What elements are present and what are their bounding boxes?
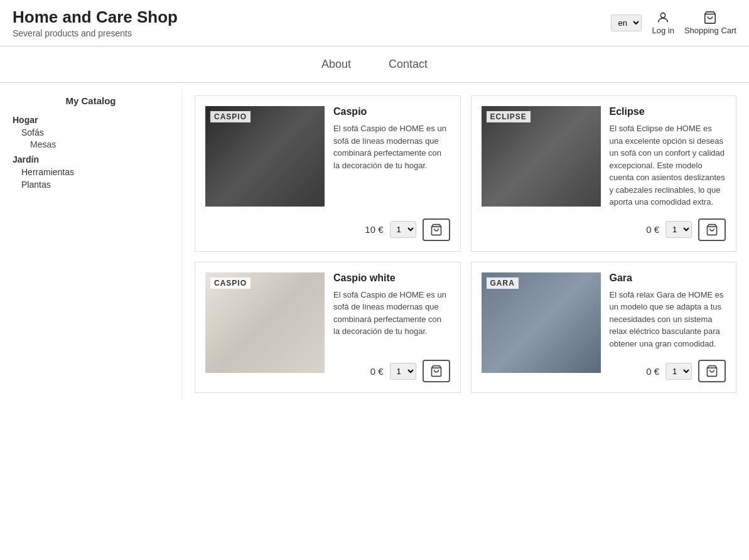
site-subtitle: Several products and presents	[13, 28, 178, 38]
product-img-label-caspio-white: CASPIO	[210, 277, 251, 289]
sidebar-item-herramientas[interactable]: Herramientas	[21, 167, 169, 177]
product-desc-caspio-white: El sofá Caspio de HOME es un sofá de lín…	[333, 289, 450, 350]
product-card-gara: GARA Gara El sofá relax Gara de HOME es …	[471, 262, 737, 394]
cart-add-icon	[706, 223, 718, 236]
product-footer-eclipse: 0 € 12345	[610, 218, 726, 241]
product-card-caspio-white: CASPIO Caspio white El sofá Caspio de HO…	[195, 262, 461, 394]
product-footer-gara: 0 € 12345	[610, 360, 726, 382]
product-price-caspio: 10 €	[365, 224, 383, 235]
header-left: Home and Care Shop Several products and …	[13, 8, 178, 38]
product-price-eclipse: 0 €	[646, 224, 659, 235]
products-area: CASPIO Caspio El sofá Caspio de HOME es …	[182, 89, 749, 399]
product-price-caspio-white: 0 €	[370, 366, 384, 377]
qty-select-caspio-white[interactable]: 12345	[390, 363, 416, 380]
site-title: Home and Care Shop	[13, 8, 178, 27]
sidebar: My Catalog Hogar Sofás Mesas Jardín Herr…	[0, 89, 182, 399]
cart-add-icon	[706, 365, 718, 377]
add-to-cart-caspio[interactable]	[423, 218, 450, 241]
sidebar-title: My Catalog	[13, 95, 169, 106]
products-row-2: CASPIO Caspio white El sofá Caspio de HO…	[195, 262, 736, 394]
sidebar-item-jardin[interactable]: Jardín	[13, 154, 169, 164]
product-card-eclipse: ECLIPSE Eclipse El sofá Eclipse de HOME …	[471, 95, 737, 252]
add-to-cart-caspio-white[interactable]	[423, 360, 450, 382]
shopping-cart-button[interactable]: Shopping Cart	[684, 11, 736, 35]
cart-label: Shopping Cart	[684, 26, 736, 35]
header-right: en es fr de Log in Shopping Cart	[611, 11, 736, 35]
product-footer-caspio-white: 0 € 12345	[333, 360, 450, 382]
login-button[interactable]: Log in	[652, 11, 674, 35]
product-info-gara: Gara El sofá relax Gara de HOME es un mo…	[610, 272, 726, 383]
product-desc-eclipse: El sofá Eclipse de HOME es una excelente…	[610, 122, 726, 208]
products-row-1: CASPIO Caspio El sofá Caspio de HOME es …	[195, 95, 736, 252]
cart-add-icon	[430, 365, 443, 377]
qty-select-gara[interactable]: 12345	[665, 363, 692, 380]
qty-select-eclipse[interactable]: 12345	[665, 221, 692, 238]
product-image-caspio-white: CASPIO	[205, 272, 325, 373]
product-desc-caspio: El sofá Caspio de HOME es un sofá de lín…	[333, 122, 450, 208]
product-img-label-gara: GARA	[487, 277, 519, 289]
product-price-gara: 0 €	[646, 366, 659, 377]
main-container: My Catalog Hogar Sofás Mesas Jardín Herr…	[0, 83, 749, 406]
add-to-cart-eclipse[interactable]	[698, 218, 726, 241]
product-info-caspio: Caspio El sofá Caspio de HOME es un sofá…	[333, 106, 450, 241]
product-name-caspio-white: Caspio white	[333, 272, 450, 284]
product-info-caspio-white: Caspio white El sofá Caspio de HOME es u…	[333, 272, 450, 383]
cart-icon	[703, 11, 717, 24]
navigation-bar: About Contact	[0, 46, 749, 83]
product-card-caspio: CASPIO Caspio El sofá Caspio de HOME es …	[195, 95, 461, 252]
login-label: Log in	[652, 26, 674, 35]
nav-contact[interactable]: Contact	[389, 58, 428, 71]
product-name-gara: Gara	[610, 272, 726, 284]
product-image-gara: GARA	[482, 272, 601, 373]
product-info-eclipse: Eclipse El sofá Eclipse de HOME es una e…	[610, 106, 726, 241]
header: Home and Care Shop Several products and …	[0, 0, 749, 46]
user-icon	[656, 11, 670, 24]
product-footer-caspio: 10 € 12345	[333, 218, 450, 241]
product-img-label-caspio: CASPIO	[210, 111, 251, 122]
language-select[interactable]: en es fr de	[611, 14, 642, 31]
cart-add-icon	[430, 223, 443, 236]
svg-point-0	[660, 13, 665, 18]
product-name-caspio: Caspio	[333, 106, 450, 117]
sidebar-item-plantas[interactable]: Plantas	[21, 180, 169, 190]
nav-about[interactable]: About	[321, 58, 351, 71]
sidebar-item-sofas[interactable]: Sofás	[21, 127, 169, 137]
qty-select-caspio[interactable]: 12345	[390, 221, 416, 238]
product-img-label-eclipse: ECLIPSE	[487, 111, 531, 122]
sidebar-item-hogar[interactable]: Hogar	[13, 115, 169, 125]
product-name-eclipse: Eclipse	[610, 106, 726, 117]
add-to-cart-gara[interactable]	[698, 360, 726, 382]
product-desc-gara: El sofá relax Gara de HOME es un modelo …	[610, 289, 726, 350]
sidebar-item-mesas[interactable]: Mesas	[30, 139, 169, 149]
product-image-eclipse: ECLIPSE	[482, 106, 601, 207]
product-image-caspio: CASPIO	[205, 106, 325, 207]
